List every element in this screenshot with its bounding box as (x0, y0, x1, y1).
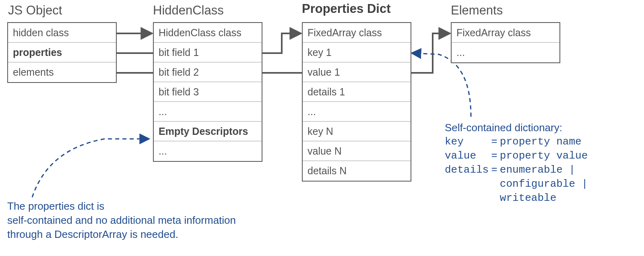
jsobject-row: properties (8, 43, 116, 62)
propdict-row: value 1 (303, 62, 411, 82)
annotation-left-line: The properties dict is (7, 199, 236, 213)
annot-key: key (445, 135, 491, 149)
propdict-row: details 1 (303, 82, 411, 102)
propdict-row: details N (303, 161, 411, 181)
propdict-row: FixedArray class (303, 23, 411, 43)
hiddenclass-row: HiddenClass class (154, 23, 262, 43)
annotation-left-line: through a DescriptorArray is needed. (7, 227, 236, 242)
annot-key: details (445, 163, 491, 177)
heading-propdict: Properties Dict (302, 2, 391, 16)
annotation-right-title: Self-contained dictionary: (445, 121, 590, 135)
annot-val: writeable (500, 191, 590, 205)
annotation-left: The properties dict is self-contained an… (7, 199, 236, 242)
annot-val: property value (500, 149, 590, 163)
heading-elements: Elements (451, 3, 503, 18)
propdict-row: value N (303, 141, 411, 161)
annot-val: enumerable | (500, 163, 590, 177)
annotation-right: Self-contained dictionary: key = propert… (445, 121, 590, 206)
jsobject-row: hidden class (8, 23, 116, 43)
annot-eq: = (491, 149, 500, 163)
annotation-left-line: self-contained and no additional meta in… (7, 213, 236, 227)
jsobject-box: hidden class properties elements (7, 22, 117, 83)
annotation-right-table: key = property name value = property val… (445, 135, 590, 205)
dashed-arrow-descriptors (32, 139, 148, 197)
propdict-row: ... (303, 102, 411, 122)
hiddenclass-row: ... (154, 141, 262, 161)
annot-eq: = (491, 135, 500, 149)
hiddenclass-box: HiddenClass class bit field 1 bit field … (153, 22, 262, 162)
annot-val: configurable | (500, 177, 590, 191)
elements-box: FixedArray class ... (451, 22, 560, 63)
hiddenclass-row: bit field 1 (154, 43, 262, 62)
propdict-row: key 1 (303, 43, 411, 62)
diagram-stage: { "headings": { "jsobject": "JS Object",… (0, 0, 644, 256)
propdict-box: FixedArray class key 1 value 1 details 1… (302, 22, 411, 182)
annot-val: property name (500, 135, 590, 149)
jsobject-row: elements (8, 62, 116, 82)
annot-eq: = (491, 163, 500, 177)
heading-jsobject: JS Object (8, 3, 62, 18)
heading-hiddenclass: HiddenClass (153, 3, 224, 18)
hiddenclass-row: ... (154, 102, 262, 122)
hiddenclass-row: bit field 2 (154, 62, 262, 82)
elements-row: FixedArray class (452, 23, 559, 43)
elements-row: ... (452, 43, 559, 62)
annot-key: value (445, 149, 491, 163)
propdict-row: key N (303, 122, 411, 141)
hiddenclass-row-empty-descriptors: Empty Descriptors (154, 122, 262, 141)
hiddenclass-row: bit field 3 (154, 82, 262, 102)
